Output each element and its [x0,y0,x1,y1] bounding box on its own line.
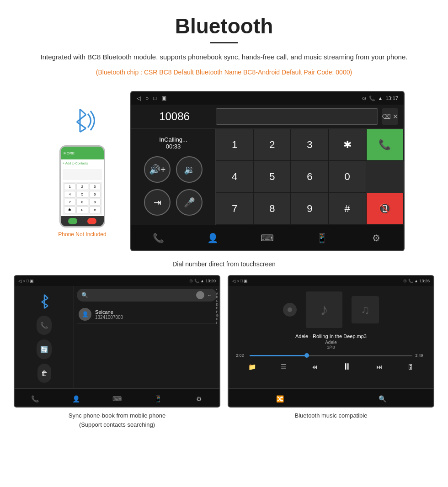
volume-down-button[interactable]: 🔉 [176,156,203,183]
key-2[interactable]: 2 [253,129,291,161]
pb-search-bar[interactable]: 🔍 ← [77,289,217,302]
phonebook-screen: ◁ ○ □ ▣ ⊙ 📞 ▲ 13:20 [14,275,220,408]
pb-statusbar: ◁ ○ □ ▣ ⊙ 📞 ▲ 13:20 [15,276,219,286]
progress-bar-wrap: 2:02 3:49 [236,353,426,358]
phone-image: MORE + Add to Contacts 123 456 789 ✱0# [59,145,105,228]
person-icon: 👤 [82,311,89,318]
key-1[interactable]: 1 [216,129,253,161]
pb-contact-info: Seicane 13241007000 [95,309,123,320]
statusbar-left-icons: ◁ ○ □ ▣ [137,95,166,101]
dial-keypad: 1 2 3 ✱ 📞 4 5 6 0 7 8 9 # 📵 [216,129,404,225]
dial-top-row: 10086 ⌫ ✕ [131,105,404,129]
pb-contact-avatar: 👤 [79,308,91,321]
music-nav-2[interactable]: 🔍 [375,392,389,406]
track-artist: Adele [295,340,367,345]
nav-voicemail[interactable]: 📱 [313,229,331,247]
play-pause-button[interactable]: ⏸ [342,361,352,372]
not-included-label: Phone Not Included [58,231,106,238]
android-bottom-nav: 📞 👤 ⌨ 📱 ⚙ [131,225,404,250]
backspace-button[interactable]: ⌫ ✕ [382,108,398,125]
album-dot-left [283,303,297,317]
alpha-list: * A B C D E F G H I [216,288,219,324]
key-hash[interactable]: # [329,193,366,225]
pb-contact-row[interactable]: 👤 Seicane 13241007000 [77,305,217,324]
call-icon: 📞 [369,95,375,101]
bottom-screens: ◁ ○ □ ▣ ⊙ 📞 ▲ 13:20 [0,275,448,442]
call-timer: 00:33 [159,143,187,150]
key-7[interactable]: 7 [216,193,253,225]
android-statusbar: ◁ ○ □ ▣ ⊙ 📞 ▲ 13:17 [131,92,404,105]
dial-input-field[interactable] [216,108,378,125]
volume-down-icon: 🔉 [184,164,195,175]
end-call-icon: 📵 [379,203,391,215]
music-note-icon-2: ♫ [361,303,370,317]
call-info: InCalling... 00:33 [159,136,187,150]
mute-button[interactable]: 🎤 [176,189,203,216]
transfer-icon: ⇥ [154,197,161,208]
nav-contacts[interactable]: 👤 [204,229,222,247]
music-nav-icons: ◁ ○ □ ▣ [232,279,248,283]
prev-icon[interactable]: ⏮ [311,363,318,371]
pb-bluetooth-icon [33,291,56,311]
key-6[interactable]: 6 [291,161,328,193]
album-art-main: ♪ [306,291,342,328]
dial-caption: Dial number direct from touchscreen [0,256,448,275]
nav-keypad[interactable]: ⌨ [258,229,277,247]
music-caption: Bluetooth music compatible [228,408,434,424]
back-icon: ◁ [137,95,141,101]
music-screen: ◁ ○ □ ▣ ⊙ 📞 ▲ 13:26 ♪ ♫ [228,275,434,408]
folder-icon[interactable]: 📁 [248,363,256,371]
key-8[interactable]: 8 [253,193,291,225]
end-call-button[interactable]: 📵 [366,193,404,225]
equalizer-icon[interactable]: 🎛 [407,363,414,371]
time-total: 3:49 [415,353,426,358]
music-status-right: ⊙ 📞 ▲ 13:26 [403,279,430,283]
title-underline [210,42,238,43]
svg-line-3 [77,122,86,128]
transfer-button[interactable]: ⇥ [144,189,171,216]
key-star[interactable]: ✱ [329,129,366,161]
music-note-icon: ♪ [320,300,328,319]
key-4[interactable]: 4 [216,161,253,193]
pb-bottom-nav: 📞 👤 ⌨ 📱 ⚙ [15,388,219,408]
pb-status-right: ⊙ 📞 ▲ 13:20 [189,279,216,283]
notification-icon: ▣ [161,95,166,101]
music-bottom-nav: 🔀 🔍 [229,388,433,408]
backspace-icon: ⌫ ✕ [382,113,398,120]
pb-nav-calls[interactable]: 📞 [28,392,42,406]
music-nav-1[interactable]: 🔀 [273,392,287,406]
call-button[interactable]: 📞 [366,129,404,161]
pb-nav-contacts[interactable]: 👤 [69,392,83,406]
pb-nav-settings[interactable]: ⚙ [192,392,206,406]
playlist-icon[interactable]: ☰ [281,363,287,371]
pb-delete-icon[interactable]: 🗑 [37,364,51,383]
track-name: Adele - Rolling In the Deep.mp3 [295,333,367,339]
nav-settings[interactable]: ⚙ [367,229,385,247]
bluetooth-icon [69,105,96,141]
dial-number: 10086 [137,110,212,123]
volume-up-button[interactable]: 🔊+ [144,156,171,183]
key-3[interactable]: 3 [291,129,328,161]
pb-nav-transfer[interactable]: 📱 [151,392,165,406]
svg-line-1 [80,109,86,115]
dial-left-panel: InCalling... 00:33 🔊+ 🔉 ⇥ � [131,129,216,225]
svg-line-2 [77,115,86,122]
pb-nav-keypad[interactable]: ⌨ [110,392,124,406]
key-5[interactable]: 5 [253,161,291,193]
phonebook-sidebar: 📞 🔄 🗑 [15,286,74,388]
home-icon: ○ [145,95,149,101]
key-0[interactable]: 0 [329,161,366,193]
next-icon[interactable]: ⏭ [376,363,383,371]
nav-calls[interactable]: 📞 [149,229,168,247]
android-dial-screen: ◁ ○ □ ▣ ⊙ 📞 ▲ 13:17 10086 ⌫ ✕ [130,91,405,251]
pb-search-dot [196,291,204,299]
phonebook-main: 🔍 ← 👤 Seicane 13241007000 [74,286,219,388]
progress-bar[interactable] [250,355,412,356]
pb-call-icon[interactable]: 📞 [37,316,52,335]
dial-content: InCalling... 00:33 🔊+ 🔉 ⇥ � [131,129,404,225]
call-label: InCalling... [159,136,187,143]
call-green-icon: 📞 [379,139,391,151]
svg-line-4 [80,128,86,132]
pb-sync-icon[interactable]: 🔄 [37,339,52,359]
key-9[interactable]: 9 [291,193,328,225]
